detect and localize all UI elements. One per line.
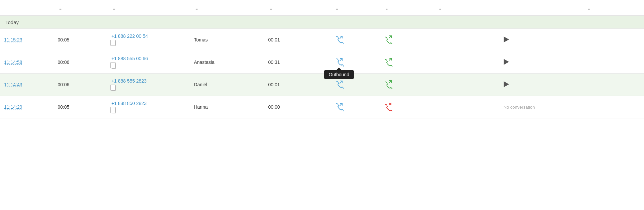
- no-conversation-label: No conversation: [504, 105, 535, 110]
- col-header-client: ≡: [107, 0, 190, 16]
- calls-table-container: ≡ ≡ ≡: [0, 0, 644, 210]
- col-header-conv-recording: [500, 0, 582, 16]
- call-type-cell: Outbound: [330, 51, 380, 74]
- conv-duration-filter-icon[interactable]: ≡: [270, 7, 272, 11]
- outbound-phone-icon: [334, 35, 344, 44]
- call-time-link[interactable]: 11:14:29: [4, 104, 22, 110]
- client-number-link[interactable]: +1 888 555 2823: [111, 78, 186, 84]
- waiting-time-cell: 00:06: [54, 74, 108, 96]
- copy-number-button[interactable]: [111, 108, 116, 113]
- copy-number-button[interactable]: [111, 86, 116, 91]
- svg-line-0: [340, 36, 342, 38]
- client-cell: +1 888 222 00 54: [107, 29, 190, 51]
- pool-name-cell: [433, 29, 500, 51]
- call-time-link[interactable]: 11:14:58: [4, 60, 22, 65]
- waiting-time-cell: 00:05: [54, 29, 108, 51]
- call-time-cell: 11:15:23: [0, 29, 54, 51]
- col-header-conv-duration: ≡: [264, 0, 331, 16]
- svg-line-1: [340, 59, 342, 61]
- pool-name-filter-icon[interactable]: ≡: [439, 7, 441, 11]
- table-header-row: ≡ ≡ ≡: [0, 0, 644, 16]
- table-row: 11:15:2300:05+1 888 222 00 54Tomas00:01: [0, 29, 644, 51]
- client-cell: +1 888 555 2823: [107, 74, 190, 96]
- section-today-label: Today: [0, 16, 644, 29]
- source-cell: [582, 96, 644, 118]
- conv-duration-cell: 00:01: [264, 74, 331, 96]
- call-time-cell: 11:14:29: [0, 96, 54, 118]
- col-header-pool-name: ≡: [433, 0, 500, 16]
- table-row: 11:14:5800:06+1 888 555 00 66Anastasia00…: [0, 51, 644, 74]
- client-filter-icon[interactable]: ≡: [113, 7, 115, 11]
- copy-number-button[interactable]: [111, 41, 116, 46]
- status-cell: [380, 51, 433, 74]
- col-header-call-type: ≡: [330, 0, 380, 16]
- call-time-link[interactable]: 11:15:23: [4, 37, 22, 42]
- conv-recording-cell: [500, 29, 582, 51]
- play-recording-button[interactable]: [504, 36, 509, 42]
- conv-recording-cell: No conversation: [500, 96, 582, 118]
- col-header-source: ≡: [582, 0, 644, 16]
- copy-number-button[interactable]: [111, 63, 116, 69]
- source-cell: [582, 74, 644, 96]
- call-type-cell: [330, 96, 380, 118]
- conv-recording-cell: [500, 51, 582, 74]
- client-number-link[interactable]: +1 888 222 00 54: [111, 33, 186, 39]
- pool-name-cell: [433, 51, 500, 74]
- source-cell: [582, 29, 644, 51]
- client-number-link[interactable]: +1 888 555 00 66: [111, 56, 186, 61]
- waiting-time-filter-icon[interactable]: ≡: [59, 7, 61, 11]
- conv-duration-cell: 00:31: [264, 51, 331, 74]
- call-type-filter-icon[interactable]: ≡: [336, 7, 338, 11]
- call-type-cell: [330, 29, 380, 51]
- pool-name-cell: [433, 74, 500, 96]
- call-type-cell: [330, 74, 380, 96]
- waiting-time-cell: 00:06: [54, 51, 108, 74]
- call-time-link[interactable]: 11:14:43: [4, 82, 22, 87]
- table-row: 11:14:4300:06+1 888 555 2823Daniel00:01: [0, 74, 644, 96]
- waiting-time-cell: 00:05: [54, 96, 108, 118]
- employee-cell: Daniel: [190, 74, 264, 96]
- outbound-phone-icon: [334, 80, 344, 89]
- status-cell: [380, 74, 433, 96]
- client-number-link[interactable]: +1 888 850 2823: [111, 101, 186, 106]
- calls-table: ≡ ≡ ≡: [0, 0, 644, 118]
- play-recording-button[interactable]: [504, 81, 509, 87]
- table-row: 11:14:2900:05+1 888 850 2823Hanna00:00 N…: [0, 96, 644, 118]
- outbound-phone-icon: [334, 102, 344, 111]
- conv-duration-cell: 00:01: [264, 29, 331, 51]
- tooltip-container: Outbound: [334, 57, 344, 68]
- client-cell: +1 888 850 2823: [107, 96, 190, 118]
- client-cell: +1 888 555 00 66: [107, 51, 190, 74]
- svg-line-3: [340, 103, 342, 106]
- status-cell: [380, 29, 433, 51]
- status-filter-icon[interactable]: ≡: [385, 7, 387, 11]
- employee-cell: Tomas: [190, 29, 264, 51]
- call-time-cell: 11:14:43: [0, 74, 54, 96]
- svg-line-2: [340, 81, 342, 83]
- source-filter-icon[interactable]: ≡: [588, 7, 590, 11]
- employee-cell: Hanna: [190, 96, 264, 118]
- col-header-employee: ≡: [190, 0, 264, 16]
- conv-duration-cell: 00:00: [264, 96, 331, 118]
- col-header-call-date: [0, 0, 54, 16]
- col-header-waiting-time: ≡: [54, 0, 108, 16]
- status-cell: [380, 96, 433, 118]
- pool-name-cell: [433, 96, 500, 118]
- employee-cell: Anastasia: [190, 51, 264, 74]
- employee-filter-icon[interactable]: ≡: [196, 7, 198, 11]
- call-time-cell: 11:14:58: [0, 51, 54, 74]
- section-today-row: Today: [0, 16, 644, 29]
- play-recording-button[interactable]: [504, 59, 509, 65]
- source-cell: [582, 51, 644, 74]
- col-header-status: ≡: [380, 0, 433, 16]
- conv-recording-cell: [500, 74, 582, 96]
